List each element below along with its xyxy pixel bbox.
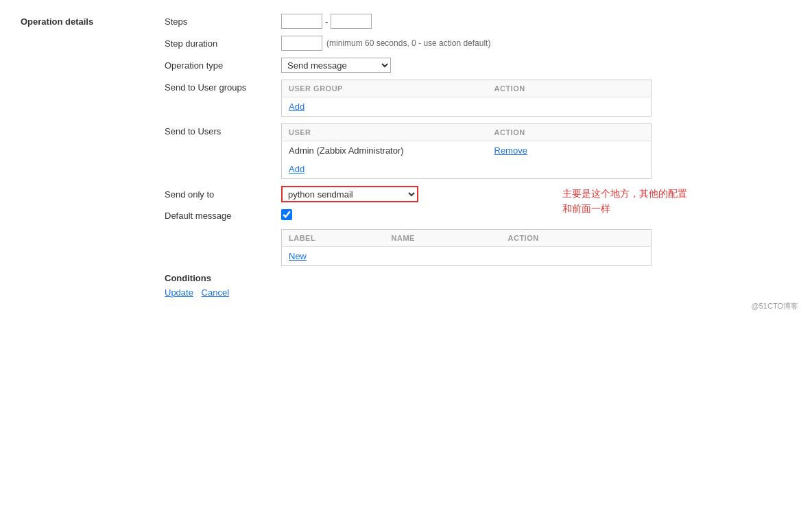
conditions-label-col: LABEL: [282, 230, 385, 247]
default-message-checkbox[interactable]: [281, 209, 292, 220]
step-duration-hint: (minimum 60 seconds, 0 - use action defa…: [326, 38, 490, 48]
users-col-header: USER: [282, 124, 488, 141]
steps-separator: -: [325, 16, 328, 27]
footer-text: @51CTO博客: [752, 301, 798, 311]
users-action-col-header: ACTION: [488, 124, 652, 141]
user-group-action-col-header: ACTION: [488, 80, 652, 97]
default-message-label: Default message: [165, 211, 281, 221]
steps-label: Steps: [165, 16, 281, 27]
users-table: USER ACTION Admin (Zabbix Administrator)…: [281, 123, 652, 179]
user-name-cell: Admin (Zabbix Administrator): [282, 141, 488, 160]
cancel-button[interactable]: Cancel: [202, 287, 229, 298]
operation-type-select[interactable]: Send message Send command: [281, 58, 391, 73]
conditions-field-label: Conditions: [165, 273, 281, 283]
conditions-new-link[interactable]: New: [289, 251, 307, 261]
users-add-link[interactable]: Add: [289, 164, 304, 174]
send-only-to-select[interactable]: python sendmail Email SMS Jabber: [281, 186, 418, 202]
user-remove-link[interactable]: Remove: [494, 145, 527, 156]
table-row: Admin (Zabbix Administrator) Remove: [282, 141, 652, 160]
section-title: Operation details: [21, 14, 165, 27]
conditions-action-col: ACTION: [501, 230, 652, 247]
conditions-table: LABEL NAME ACTION New: [281, 229, 652, 266]
steps-from-input[interactable]: 1: [281, 14, 322, 29]
steps-to-input[interactable]: 2: [331, 14, 372, 29]
operation-type-label: Operation type: [165, 60, 281, 71]
user-action-cell[interactable]: Remove: [488, 141, 652, 160]
user-group-col-header: USER GROUP: [282, 80, 488, 97]
step-duration-input[interactable]: 60: [281, 36, 322, 51]
update-button[interactable]: Update: [165, 287, 193, 298]
user-groups-table: USER GROUP ACTION Add: [281, 80, 652, 117]
step-duration-label: Step duration: [165, 38, 281, 49]
annotation-text: 主要是这个地方，其他的配置 和前面一样: [562, 186, 754, 217]
send-to-users-label: Send to Users: [165, 123, 281, 136]
send-only-to-label: Send only to: [165, 189, 281, 200]
send-to-user-groups-label: Send to User groups: [165, 80, 281, 93]
conditions-name-col: NAME: [385, 230, 501, 247]
user-groups-add-link[interactable]: Add: [289, 102, 304, 112]
